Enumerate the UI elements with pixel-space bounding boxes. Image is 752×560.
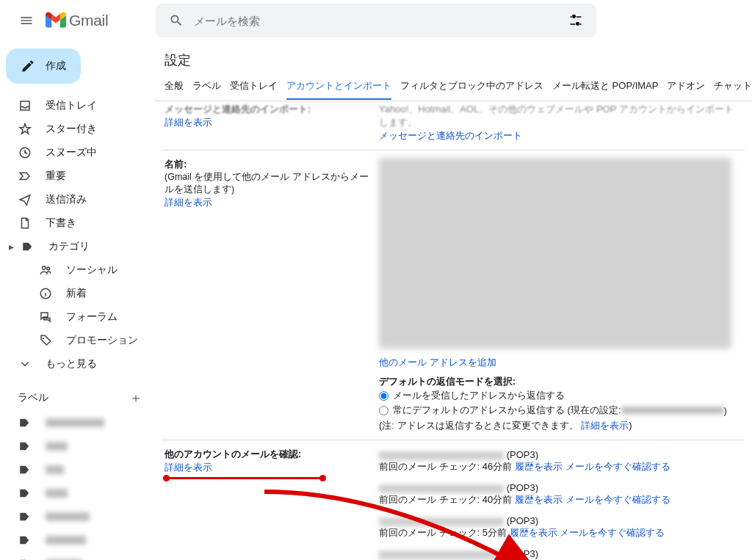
tab-labels[interactable]: ラベル — [192, 79, 221, 100]
check-mail-title: 他のアカウントのメールを確認: — [164, 448, 372, 461]
send-as-title: 名前: — [164, 158, 372, 171]
search-options-icon[interactable] — [561, 6, 590, 35]
label-item[interactable] — [0, 481, 154, 505]
account-type: (POP3) — [507, 548, 538, 559]
search-input[interactable] — [191, 15, 561, 27]
search-bar[interactable] — [156, 4, 596, 37]
page-title: 設定 — [154, 48, 752, 79]
people-icon — [38, 263, 53, 277]
star-icon — [18, 122, 32, 137]
sidebar-snoozed[interactable]: スヌーズ中 — [0, 141, 154, 164]
svg-point-1 — [43, 266, 46, 270]
send-as-show-details[interactable]: 詳細を表示 — [164, 197, 212, 208]
sidebar-starred[interactable]: スター付き — [0, 117, 154, 141]
label-icon — [18, 415, 32, 430]
sidebar-forums[interactable]: フォーラム — [0, 305, 154, 329]
label-item[interactable] — [0, 411, 154, 434]
check-now[interactable]: メールを今すぐ確認する — [565, 461, 670, 472]
account-type: (POP3) — [507, 515, 538, 526]
promo-icon — [38, 333, 53, 348]
import-title: メッセージと連絡先のインポート: — [164, 103, 372, 116]
label-icon — [18, 462, 32, 477]
tab-forwarding[interactable]: メール転送と POP/IMAP — [552, 79, 658, 100]
sidebar-inbox[interactable]: 受信トレイ — [0, 94, 154, 117]
sidebar-social[interactable]: ソーシャル — [0, 258, 154, 282]
draft-icon — [18, 216, 32, 230]
pop3-account: (POP3)前回のメール チェック: 18分前 履歴を表示 メールを今すぐ確認す… — [379, 547, 742, 560]
sidebar-sent[interactable]: 送信済み — [0, 188, 154, 211]
sidebar-categories[interactable]: ▸カテゴリ — [0, 235, 154, 258]
account-email-redacted — [379, 484, 504, 493]
annotation-underline — [164, 477, 325, 479]
search-icon[interactable] — [162, 6, 191, 35]
last-check: 前回のメール チェック: 40分前 — [379, 494, 515, 505]
clock-icon — [18, 145, 32, 160]
sidebar-promotions[interactable]: プロモーション — [0, 329, 154, 352]
sidebar-drafts[interactable]: 下書き — [0, 211, 154, 235]
compose-label: 作成 — [46, 59, 66, 73]
account-email-redacted — [379, 550, 504, 559]
tab-inbox[interactable]: 受信トレイ — [230, 79, 278, 100]
settings-tabs: 全般 ラベル 受信トレイ アカウントとインポート フィルタとブロック中のアドレス… — [154, 79, 752, 101]
view-history[interactable]: 履歴を表示 — [515, 461, 563, 472]
add-another-address[interactable]: 他のメール アドレスを追加 — [379, 357, 496, 368]
labels-header: ラベル — [18, 391, 48, 404]
forum-icon — [38, 310, 53, 324]
section-send-as: 名前: (Gmail を使用して他のメール アドレスからメールを送信します) 詳… — [162, 150, 745, 440]
reply-note-link[interactable]: 詳細を表示 — [581, 420, 629, 431]
label-icon — [18, 533, 32, 548]
tab-filters[interactable]: フィルタとブロック中のアドレス — [400, 79, 543, 100]
compose-button[interactable]: 作成 — [6, 48, 81, 84]
sidebar-important[interactable]: 重要 — [0, 164, 154, 188]
import-desc: Yahoo!、Hotmail、AOL、その他のウェブメールや POP アカウント… — [379, 103, 742, 129]
gmail-logo[interactable]: Gmail — [46, 11, 123, 31]
import-show-details[interactable]: 詳細を表示 — [164, 117, 212, 128]
check-now[interactable]: メールを今すぐ確認する — [560, 527, 665, 538]
sidebar-updates[interactable]: 新着 — [0, 282, 154, 305]
last-check: 前回のメール チェック: 46分前 — [379, 461, 515, 472]
last-check: 前回のメール チェック: 5分前 — [379, 527, 510, 538]
brand-text: Gmail — [69, 12, 108, 29]
important-icon — [18, 169, 32, 183]
section-check-mail: 他のアカウントのメールを確認: 詳細を表示 (POP3)前回のメール チェック:… — [162, 440, 745, 560]
check-mail-show-details[interactable]: 詳細を表示 — [164, 462, 212, 473]
tab-accounts-import[interactable]: アカウントとインポート — [286, 79, 391, 100]
label-item[interactable] — [0, 458, 154, 481]
label-item[interactable] — [0, 434, 154, 458]
pop3-account: (POP3)前回のメール チェック: 46分前 履歴を表示 メールを今すぐ確認す… — [379, 448, 742, 481]
label-icon — [18, 486, 32, 501]
svg-point-4 — [43, 338, 44, 339]
content-area: 設定 全般 ラベル 受信トレイ アカウントとインポート フィルタとブロック中のア… — [154, 41, 752, 560]
sidebar-more[interactable]: もっと見る — [0, 352, 154, 376]
chevron-down-icon — [18, 357, 32, 371]
reply-note: (注: アドレスは返信するときに変更できます。 詳細を表示) — [379, 418, 742, 432]
label-item[interactable] — [0, 528, 154, 552]
sidebar: 作成 受信トレイ スター付き スヌーズ中 重要 送信済み 下書き ▸カテゴリ ソ… — [0, 41, 154, 560]
account-email-redacted — [379, 517, 504, 526]
pencil-icon — [21, 59, 35, 73]
reply-mode-received[interactable]: メールを受信したアドレスから返信する — [379, 388, 742, 403]
label-icon — [18, 439, 32, 454]
account-type: (POP3) — [507, 482, 538, 493]
send-as-sub: (Gmail を使用して他のメール アドレスからメールを送信します) — [164, 171, 372, 196]
tab-chat-meet[interactable]: チャットと Meet — [714, 79, 752, 100]
reply-mode-default[interactable]: 常にデフォルトのアドレスから返信する (現在の設定: ) — [379, 403, 742, 418]
tab-addons[interactable]: アドオン — [667, 79, 705, 100]
tag-icon — [21, 239, 35, 254]
section-import: メッセージと連絡先のインポート: 詳細を表示 Yahoo!、Hotmail、AO… — [162, 101, 745, 150]
reply-mode-title: デフォルトの返信モードを選択: — [379, 375, 742, 388]
svg-point-2 — [47, 267, 50, 270]
label-item[interactable] — [0, 552, 154, 560]
view-history[interactable]: 履歴を表示 — [510, 527, 557, 538]
view-history[interactable]: 履歴を表示 — [515, 494, 563, 505]
info-icon — [38, 286, 53, 301]
label-icon — [18, 509, 32, 524]
tab-general[interactable]: 全般 — [164, 79, 184, 100]
menu-icon — [19, 13, 34, 28]
label-item[interactable] — [0, 505, 154, 528]
import-link[interactable]: メッセージと連絡先のインポート — [379, 130, 522, 141]
check-now[interactable]: メールを今すぐ確認する — [565, 494, 670, 505]
inbox-icon — [18, 98, 32, 113]
add-label-icon[interactable]: ＋ — [129, 389, 142, 407]
hamburger-menu[interactable] — [9, 3, 44, 38]
